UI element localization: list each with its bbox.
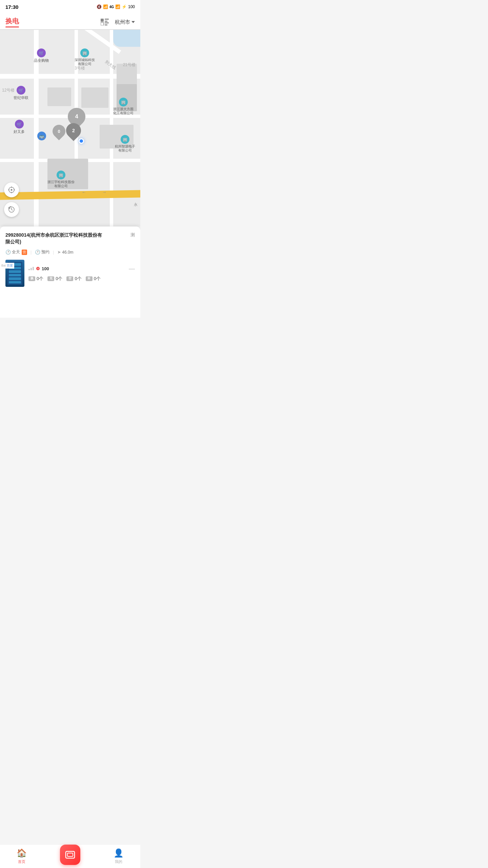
page-title: 换电 xyxy=(5,17,19,26)
battery-count-kong: 0个 xyxy=(75,276,81,282)
poi-icon-bus: 🚌 xyxy=(37,132,46,140)
location-button[interactable] xyxy=(4,182,19,197)
pin-body-2: 2 xyxy=(63,120,84,141)
battery-count-huan: 0个 xyxy=(37,276,43,282)
slot-5 xyxy=(9,277,21,280)
poi-label-hangzhouzhi: 杭州智源电子有限公司 xyxy=(115,144,135,153)
navigation-icon: ➤ xyxy=(57,250,61,255)
poi-pinquan[interactable]: 🛒 品全购物 xyxy=(34,48,49,63)
header: 换电 杭州市 xyxy=(0,12,140,30)
info-header: 299280014(杭州市余杭区浙江宇松科技股份有限公司) 测 xyxy=(5,232,135,245)
building-label-12: 12号楼 xyxy=(2,87,15,93)
time-label: 全天 xyxy=(12,249,20,255)
building-2 xyxy=(81,87,108,108)
signal-bars-icon: 📶 xyxy=(115,4,120,9)
cluster-pin-2[interactable]: 2 xyxy=(66,123,81,138)
camp-label: 营 xyxy=(22,250,27,255)
cluster-pin-0[interactable]: 0 xyxy=(53,125,65,138)
signal-indicator xyxy=(28,267,34,270)
history-button[interactable] xyxy=(4,202,19,217)
battery-icon-kong: 空 xyxy=(66,276,73,281)
status-icons: 🔇 📶 4G 📶 ⚡ 100 xyxy=(97,4,135,9)
pin-number-2: 2 xyxy=(72,128,75,133)
signal-x-icon: ✕ xyxy=(36,267,40,270)
battery-icon-huan: 换 xyxy=(28,276,35,281)
svg-rect-3 xyxy=(101,22,104,25)
chevron-down-icon xyxy=(131,21,135,23)
wifi-icon: 📶 xyxy=(103,4,108,9)
current-location-dot xyxy=(79,138,84,144)
info-panel: 299280014(杭州市余杭区浙江宇松科技股份有限公司) 测 🕐 全天 营 |… xyxy=(0,226,140,318)
poi-yusong[interactable]: 🏢 浙江宇松科技股份有限公司 xyxy=(47,171,75,188)
header-title-wrap: 换电 xyxy=(5,17,19,27)
nav-spacer xyxy=(5,287,135,312)
signal-4g-icon: 4G xyxy=(109,5,114,9)
poi-icon-hangzhouzhi: 🏢 xyxy=(121,135,129,144)
header-right: 杭州市 xyxy=(100,17,135,27)
poi-icon-zheda: 🏢 xyxy=(119,98,128,106)
building-label-3: 3号楼 xyxy=(75,65,85,71)
poi-icon-shenzhen: 🏢 xyxy=(80,48,89,57)
poi-shenzhen[interactable]: 🏢 深圳城铄科技有限公司 xyxy=(75,48,95,66)
poi-label-shenzhen: 深圳城铄科技有限公司 xyxy=(75,58,95,66)
book-label: 预约 xyxy=(41,249,49,255)
preview-button[interactable]: 测 xyxy=(130,232,135,238)
poi-shiji[interactable]: 🛒 世纪华联 xyxy=(14,86,28,100)
poi-haoyouduo[interactable]: 🛒 好又多 xyxy=(14,120,25,134)
map-area[interactable]: → ← 永 21号楼 12号楼 3号楼 荆大线 🛒 品全购物 🛒 世纪华联 🛒 … xyxy=(0,30,140,226)
map-watermark: Bai 百度 xyxy=(0,263,14,269)
signal-value: 100 xyxy=(42,266,49,271)
poi-label-haoyouduo: 好又多 xyxy=(14,129,25,134)
list-view-button[interactable] xyxy=(100,17,109,27)
dash-icon: — xyxy=(129,265,135,272)
svg-rect-4 xyxy=(105,22,109,23)
building-label-21: 21号楼 xyxy=(123,62,136,68)
battery-icon-chong: 充 xyxy=(47,276,54,281)
road-arrow-left: ← xyxy=(82,190,86,195)
road-arrow-right: → xyxy=(102,190,106,195)
muted-icon: 🔇 xyxy=(97,4,102,9)
meta-distance: ➤ 46.0m xyxy=(57,250,73,255)
poi-label-yusong: 浙江宇松科技股份有限公司 xyxy=(47,180,75,188)
slot-4 xyxy=(9,274,21,277)
svg-rect-1 xyxy=(105,19,109,20)
battery-icon-huai: 坏 xyxy=(86,276,93,281)
poi-hangzhouzhi[interactable]: 🏢 杭州智源电子有限公司 xyxy=(115,135,135,153)
battery-count-huai: 0个 xyxy=(94,276,101,282)
clock-icon-2: 🕐 xyxy=(35,250,40,255)
charging-icon: ⚡ xyxy=(122,4,127,9)
poi-icon-shiji: 🛒 xyxy=(17,86,25,95)
poi-icon-haoyouduo: 🛒 xyxy=(15,120,24,129)
meta-book: 🕐 预约 xyxy=(35,249,49,255)
battery-stats-row: 换 0个 充 0个 空 0个 坏 0个 xyxy=(28,276,135,282)
poi-label-shiji: 世纪华联 xyxy=(14,95,28,100)
meta-divider-1: | xyxy=(30,250,32,255)
station-title: 299280014(杭州市余杭区浙江宇松科技股份有限公司) xyxy=(5,232,103,245)
water-area xyxy=(113,30,140,47)
battery-count-chong: 0个 xyxy=(56,276,62,282)
meta-time: 🕐 全天 营 xyxy=(5,249,27,255)
title-underline xyxy=(5,26,19,27)
signal-bar-1 xyxy=(28,269,30,270)
svg-rect-5 xyxy=(105,24,107,25)
poi-bus[interactable]: 🚌 xyxy=(37,132,46,141)
battery-item-chong: 充 0个 xyxy=(47,276,62,282)
pin-number-0: 0 xyxy=(58,129,60,134)
poi-zheda[interactable]: 🏢 浙江浙大方圆化工有限公司 xyxy=(113,98,134,115)
clock-icon: 🕐 xyxy=(5,250,11,255)
building-1 xyxy=(47,87,71,106)
info-meta: 🕐 全天 营 | 🕐 预约 | ➤ 46.0m xyxy=(5,249,135,255)
pin-number-4: 4 xyxy=(75,114,78,120)
svg-point-7 xyxy=(11,189,13,191)
battery-item-huai: 坏 0个 xyxy=(86,276,101,282)
battery-item-kong: 空 0个 xyxy=(66,276,81,282)
signal-row: ✕ 100 — xyxy=(28,265,135,272)
pin-body-0: 0 xyxy=(50,122,68,140)
signal-bar-3 xyxy=(33,267,34,270)
poi-icon-yusong: 🏢 xyxy=(57,171,65,179)
city-selector[interactable]: 杭州市 xyxy=(115,19,135,25)
battery-item-huan: 换 0个 xyxy=(28,276,43,282)
info-content: ✕ 100 — 换 0个 充 0个 空 0 xyxy=(5,260,135,287)
status-bar: 17:30 🔇 📶 4G 📶 ⚡ 100 xyxy=(0,0,140,12)
status-time: 17:30 xyxy=(5,4,18,10)
